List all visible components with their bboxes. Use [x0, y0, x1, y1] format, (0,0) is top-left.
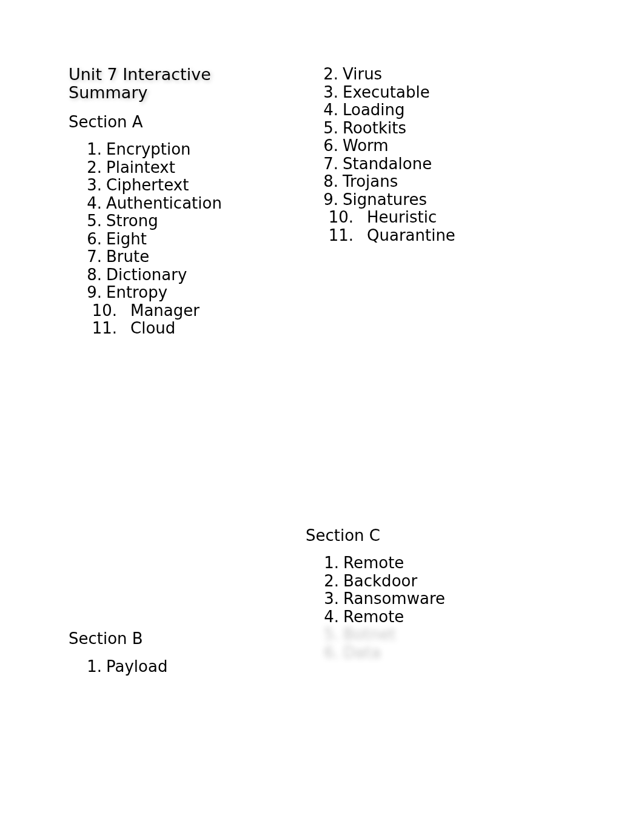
list-item: 8.Dictionary: [87, 266, 305, 284]
list-item: 2.Backdoor: [324, 572, 560, 591]
list-item-text: Heuristic: [367, 208, 437, 226]
list-number: 10.: [84, 302, 117, 320]
list-item: 3.Executable: [323, 84, 560, 102]
list-item: 4.Authentication: [87, 195, 305, 213]
list-item-text: Data: [343, 643, 381, 662]
list-item-text: Remote: [343, 608, 404, 626]
list-item-text: Standalone: [343, 155, 432, 173]
list-number: 8.: [84, 266, 102, 284]
list-item-text: Rootkits: [343, 119, 406, 137]
list-number: 11.: [84, 320, 117, 338]
list-item: 1.Remote: [324, 554, 560, 572]
section-b-list: 1.Payload: [69, 658, 305, 676]
list-item-text: Ransomware: [343, 589, 445, 608]
list-item: 3.Ransomware: [324, 590, 560, 608]
list-item: 11.Quarantine: [323, 227, 560, 245]
list-number: 5.: [320, 119, 338, 138]
list-number: 9.: [320, 191, 338, 209]
list-item-blurred: 6.Data: [324, 644, 560, 662]
list-number: 3.: [321, 590, 339, 608]
list-item: 11.Cloud: [87, 320, 305, 338]
list-number: 10.: [320, 209, 354, 227]
list-number: 4.: [320, 101, 338, 119]
list-item: 3.Ciphertext: [87, 176, 305, 195]
list-item: 5.Strong: [87, 212, 305, 230]
list-number: 6.: [84, 230, 102, 249]
list-item-text: Signatures: [343, 190, 427, 209]
list-number: 8.: [320, 173, 338, 191]
right-continuation-list: 2.Virus3.Executable4.Loading5.Rootkits6.…: [305, 65, 560, 244]
list-item-text: Brute: [106, 247, 149, 266]
section-a-heading: Section A: [69, 113, 305, 131]
list-number: 1.: [84, 658, 102, 676]
list-item: 9.Entropy: [87, 284, 305, 302]
list-item-text: Manager: [130, 301, 200, 320]
list-number: 9.: [84, 284, 102, 302]
section-a-list: 1.Encryption2.Plaintext3.Ciphertext4.Aut…: [69, 141, 305, 338]
list-item-text: Ciphertext: [106, 176, 189, 194]
list-item: 5.Rootkits: [323, 119, 560, 138]
list-item-text: Trojans: [343, 172, 398, 190]
list-item-text: Cloud: [130, 319, 175, 337]
list-item-text: Dictionary: [106, 266, 187, 284]
content-fade-overlay: [0, 677, 644, 835]
list-item: 8.Trojans: [323, 173, 560, 191]
list-number: 2.: [84, 159, 102, 177]
list-number: 7.: [320, 155, 338, 173]
section-c-list: 1.Remote2.Backdoor3.Ransomware4.Remote5.…: [306, 554, 560, 662]
list-item-text: Virus: [343, 65, 382, 83]
list-item-text: Strong: [106, 212, 158, 230]
section-c-heading: Section C: [306, 526, 560, 545]
list-item-text: Plaintext: [106, 158, 175, 176]
list-item-text: Executable: [343, 83, 430, 101]
list-number: 5.: [321, 626, 339, 644]
list-item: 9.Signatures: [323, 191, 560, 209]
list-number: 4.: [84, 195, 102, 213]
list-item-text: Entropy: [106, 283, 167, 301]
list-item: 6.Worm: [323, 137, 560, 155]
list-item: 4.Loading: [323, 101, 560, 119]
list-item-text: Botnet: [343, 625, 396, 643]
list-item-text: Encryption: [106, 140, 191, 158]
list-number: 11.: [320, 227, 354, 245]
list-item: 7.Brute: [87, 248, 305, 266]
list-item: 1.Encryption: [87, 141, 305, 159]
list-item: 10.Manager: [87, 302, 305, 320]
list-item-text: Authentication: [106, 194, 222, 212]
list-number: 7.: [84, 248, 102, 266]
list-item-text: Eight: [106, 230, 147, 248]
list-item-text: Loading: [343, 101, 405, 119]
list-item: 4.Remote: [324, 608, 560, 626]
list-number: 5.: [84, 212, 102, 230]
list-number: 1.: [84, 141, 102, 159]
list-item-text: Payload: [106, 657, 167, 676]
list-item: 2.Virus: [323, 65, 560, 84]
section-b-heading: Section B: [69, 629, 305, 648]
list-number: 4.: [321, 608, 339, 626]
list-number: 2.: [321, 572, 339, 591]
list-item-text: Quarantine: [367, 226, 455, 244]
list-number: 2.: [320, 65, 338, 84]
title-line1: Unit 7 Interactive: [69, 65, 211, 84]
list-item-text: Backdoor: [343, 572, 417, 590]
list-number: 6.: [320, 137, 338, 155]
list-item: 7.Standalone: [323, 155, 560, 173]
list-item-blurred: 5.Botnet: [324, 626, 560, 644]
list-item: 10.Heuristic: [323, 209, 560, 227]
list-number: 3.: [320, 84, 338, 102]
list-number: 3.: [84, 176, 102, 195]
list-item: 6.Eight: [87, 230, 305, 249]
list-number: 6.: [321, 644, 339, 662]
list-item-text: Remote: [343, 554, 404, 572]
list-number: 1.: [321, 554, 339, 572]
list-item-text: Worm: [343, 136, 389, 155]
list-item: 2.Plaintext: [87, 159, 305, 177]
document-title: Unit 7 Interactive Summary: [69, 65, 305, 102]
list-item: 1.Payload: [87, 658, 305, 676]
title-line2: Summary: [69, 83, 147, 102]
